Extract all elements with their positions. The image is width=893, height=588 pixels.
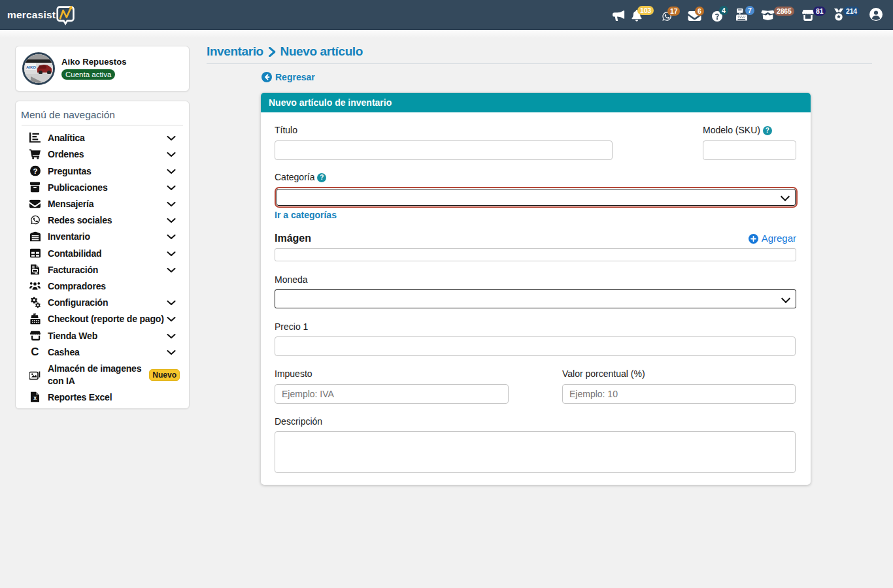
svg-text:AIKO: AIKO [26, 65, 36, 69]
svg-text:x: x [33, 395, 37, 401]
svg-text:?: ? [33, 167, 37, 175]
